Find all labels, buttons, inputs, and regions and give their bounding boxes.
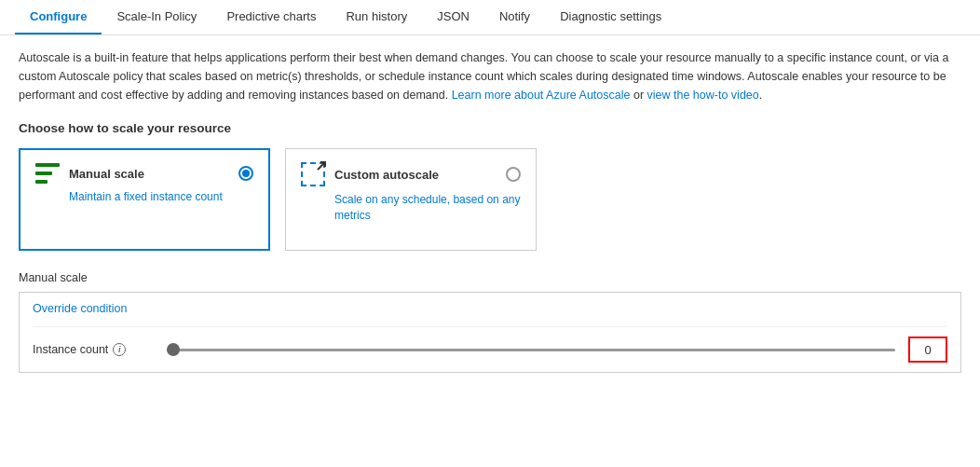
custom-autoscale-card[interactable]: Custom autoscale Scale on any schedule, … (285, 148, 537, 251)
learn-more-link[interactable]: Learn more about Azure Autoscale (452, 89, 631, 102)
instance-row: Instance count i (33, 326, 947, 372)
instance-count-label: Instance count i (33, 343, 154, 356)
manual-scale-radio[interactable] (238, 166, 253, 181)
instance-count-info-icon[interactable]: i (113, 343, 126, 356)
override-condition-title: Override condition (33, 302, 947, 315)
main-content: Autoscale is a built-in feature that hel… (0, 35, 980, 386)
manual-scale-icon (35, 163, 60, 184)
custom-autoscale-header: Custom autoscale (301, 162, 521, 186)
manual-scale-desc: Maintain a fixed instance count (35, 189, 253, 205)
tab-bar: Configure Scale-In Policy Predictive cha… (0, 0, 980, 35)
manual-scale-card[interactable]: Manual scale Maintain a fixed instance c… (19, 148, 270, 251)
tab-diagnostic-settings[interactable]: Diagnostic settings (545, 0, 676, 34)
manual-scale-section: Manual scale Override condition Instance… (19, 271, 961, 373)
instance-count-slider[interactable] (167, 349, 895, 351)
svg-line-0 (318, 162, 325, 170)
custom-autoscale-radio[interactable] (506, 167, 521, 182)
tab-json[interactable]: JSON (422, 0, 484, 34)
how-to-video-link[interactable]: view the how-to video (647, 89, 759, 102)
instance-slider-container (167, 349, 895, 351)
tab-configure[interactable]: Configure (15, 0, 102, 34)
tab-predictive-charts[interactable]: Predictive charts (211, 0, 331, 34)
tab-run-history[interactable]: Run history (331, 0, 422, 34)
tab-notify[interactable]: Notify (484, 0, 545, 34)
manual-scale-section-label: Manual scale (19, 271, 961, 284)
custom-autoscale-title: Custom autoscale (334, 168, 439, 182)
override-box: Override condition Instance count i (19, 292, 961, 373)
arrow-icon (316, 160, 327, 172)
description-text: Autoscale is a built-in feature that hel… (19, 48, 960, 104)
instance-count-input[interactable] (908, 337, 947, 363)
scale-options: Manual scale Maintain a fixed instance c… (19, 148, 961, 251)
tab-scale-in-policy[interactable]: Scale-In Policy (102, 0, 211, 34)
manual-scale-header: Manual scale (35, 163, 253, 184)
manual-scale-title: Manual scale (69, 167, 144, 181)
custom-autoscale-desc: Scale on any schedule, based on any metr… (301, 192, 521, 224)
custom-autoscale-icon (301, 162, 325, 186)
section-title: Choose how to scale your resource (19, 121, 961, 135)
